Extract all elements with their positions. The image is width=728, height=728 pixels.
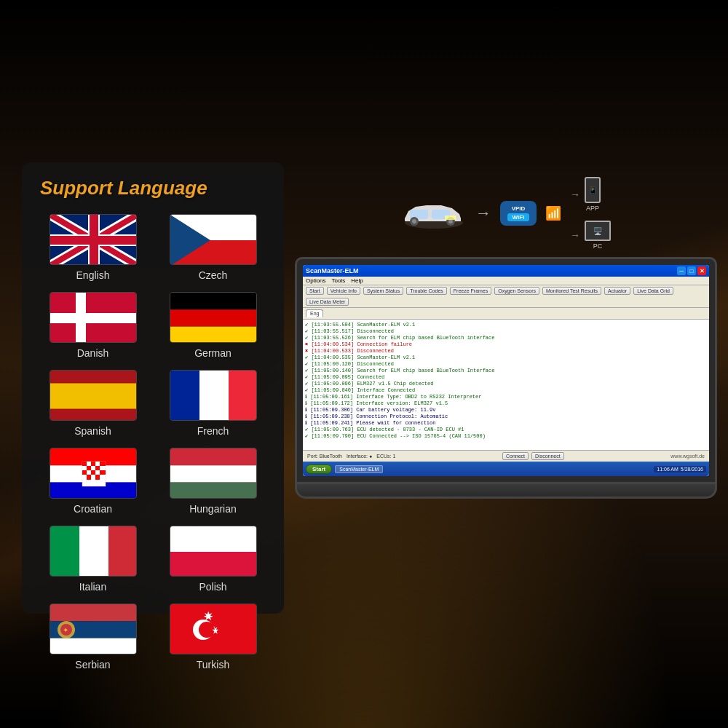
language-danish-label: Danish [77, 347, 109, 359]
taskbar-tray: 11:06 AM 5/28/2016 [654, 466, 706, 472]
toolbar-live-data-grid[interactable]: Live Data Grid [633, 287, 673, 295]
pc-icon: 🖥️ [585, 221, 611, 241]
flag-croatian [50, 448, 137, 499]
svg-rect-59 [95, 466, 100, 470]
svg-rect-40 [170, 309, 257, 326]
minimize-button[interactable]: ─ [677, 266, 686, 275]
toolbar-monitored-tests[interactable]: Monitored Test Results [542, 287, 601, 295]
window-controls: ─ □ ✕ [677, 266, 706, 275]
pc-device: 🖥️ PC [585, 221, 611, 250]
svg-rect-38 [50, 313, 137, 323]
log-line-10: ✔ [11:05:09.040] Interface Connected [305, 387, 707, 393]
laptop-screen-outer: ScanMaster-ELM ─ □ ✕ Options Tools [295, 257, 717, 484]
language-croatian: Croatian [40, 448, 146, 515]
toolbar-start[interactable]: Start [306, 287, 324, 295]
support-language-title: Support Language [40, 177, 266, 199]
svg-rect-97 [445, 215, 456, 220]
toolbar-live-data-meter[interactable]: Live Data Meter [306, 298, 349, 306]
title-bar: ScanMaster-ELM ─ □ ✕ [303, 265, 709, 277]
toolbar-trouble-codes[interactable]: Trouble Codes [406, 287, 447, 295]
log-line-2: ✔ [11:03:55.526] Search for ELM chip bas… [305, 335, 707, 341]
log-line-14: ℹ [11:05:09.238] Connection Protocol: Au… [305, 414, 707, 419]
status-bar: Port: BlueTooth Interface: ● ECUs: 1 Con… [303, 450, 709, 462]
language-spanish-label: Spanish [74, 425, 111, 437]
toolbar-freeze-frames[interactable]: Freeze Frames [450, 287, 491, 295]
svg-rect-65 [100, 470, 106, 475]
phone-icon: 📱 [585, 177, 601, 203]
toolbar-oxygen-sensors[interactable]: Oxygen Sensors [494, 287, 539, 295]
log-line-17: ✔ [11:05:09.790] ECU Connected --> ISO 1… [305, 433, 707, 439]
language-hungarian: Hungarian [160, 448, 266, 515]
arrow-to-obd: → [475, 204, 491, 223]
taskbar-scanmaster[interactable]: ScanMaster-ELM [335, 465, 383, 473]
menu-tools[interactable]: Tools [332, 277, 346, 284]
laptop-screen: ScanMaster-ELM ─ □ ✕ Options Tools [303, 265, 709, 476]
language-serbian: ✦ Serbian [40, 604, 146, 670]
language-german-label: German [194, 347, 232, 359]
svg-rect-41 [170, 327, 257, 343]
pc-branch: → 🖥️ PC [570, 221, 611, 250]
maximize-button[interactable]: □ [687, 266, 696, 275]
app-pc-branch: → 📱 APP → 🖥️ [570, 177, 611, 250]
flag-english [50, 214, 137, 265]
tray-time: 11:06 AM [657, 467, 678, 472]
svg-rect-60 [100, 466, 106, 470]
connect-button[interactable]: Connect [502, 452, 529, 460]
device-label: VPID WiFi [500, 201, 537, 226]
wifi-symbol: 📶 [545, 205, 561, 221]
language-panel: Support Language [22, 162, 284, 614]
close-button[interactable]: ✕ [697, 266, 706, 275]
language-english-label: English [76, 269, 110, 281]
svg-rect-71 [170, 448, 257, 465]
start-button[interactable]: Start [306, 464, 332, 474]
flag-hungarian [170, 448, 257, 499]
svg-rect-76 [108, 526, 137, 577]
svg-rect-64 [95, 470, 100, 475]
svg-rect-46 [229, 371, 257, 421]
svg-rect-66 [82, 475, 87, 480]
language-polish: Polish [160, 526, 266, 593]
car-silhouette [401, 195, 467, 232]
toolbar-actuator[interactable]: Actuator [604, 287, 630, 295]
svg-rect-55 [100, 462, 106, 466]
windows-interface: ScanMaster-ELM ─ □ ✕ Options Tools [303, 265, 709, 476]
log-line-7: ✔ [11:05:00.140] Search for ELM chip bas… [305, 368, 707, 373]
svg-rect-57 [87, 466, 91, 470]
svg-rect-77 [170, 526, 257, 552]
language-danish: Danish [40, 292, 146, 359]
svg-rect-67 [87, 475, 91, 480]
tray-date: 5/28/2016 [681, 467, 703, 472]
language-polish-label: Polish [199, 581, 226, 593]
svg-rect-32 [90, 215, 98, 265]
toolbar: Start Vehicle Info System Status Trouble… [303, 285, 709, 308]
laptop-container: ScanMaster-ELM ─ □ ✕ Options Tools [295, 257, 717, 499]
log-line-5: ✔ [11:04:00.535] ScanMaster-ELM v2.1 [305, 355, 707, 360]
svg-rect-68 [91, 475, 95, 480]
ecu-status: ECUs: 1 [376, 454, 395, 459]
status-buttons: Connect Disconnect [502, 452, 564, 460]
flag-french [170, 370, 257, 421]
log-line-6: ✔ [11:05:00.120] Disconnected [305, 361, 707, 367]
svg-rect-69 [95, 475, 100, 480]
tab-eng[interactable]: Eng [306, 309, 323, 317]
svg-rect-81 [50, 638, 137, 654]
svg-rect-44 [170, 371, 199, 421]
menu-options[interactable]: Options [306, 277, 326, 284]
app-branch: → 📱 APP [570, 177, 611, 212]
toolbar-vehicle-info[interactable]: Vehicle Info [327, 287, 360, 295]
log-line-8: ✔ [11:05:09.095] Connected [305, 374, 707, 380]
menu-bar: Options Tools Help [303, 277, 709, 285]
connection-diagram: → VPID WiFi 📶 → 📱 [387, 173, 625, 253]
toolbar-system-status[interactable]: System Status [363, 287, 403, 295]
flag-spanish [50, 370, 137, 421]
disconnect-button[interactable]: Disconnect [531, 452, 564, 460]
tabs-bar: Eng [303, 308, 709, 320]
language-turkish: Turkish [160, 604, 266, 670]
log-line-11: ℹ [11:05:09.161] Interface Type: OBD2 to… [305, 394, 707, 400]
language-croatian-label: Croatian [74, 503, 112, 515]
taskbar: Start ScanMaster-ELM 11:06 AM 5/28/2016 [303, 462, 709, 476]
menu-help[interactable]: Help [351, 277, 363, 284]
language-german: German [160, 292, 266, 359]
main-container: Diagnostic 0 120 Dashboard [0, 0, 728, 728]
svg-rect-53 [91, 462, 95, 466]
